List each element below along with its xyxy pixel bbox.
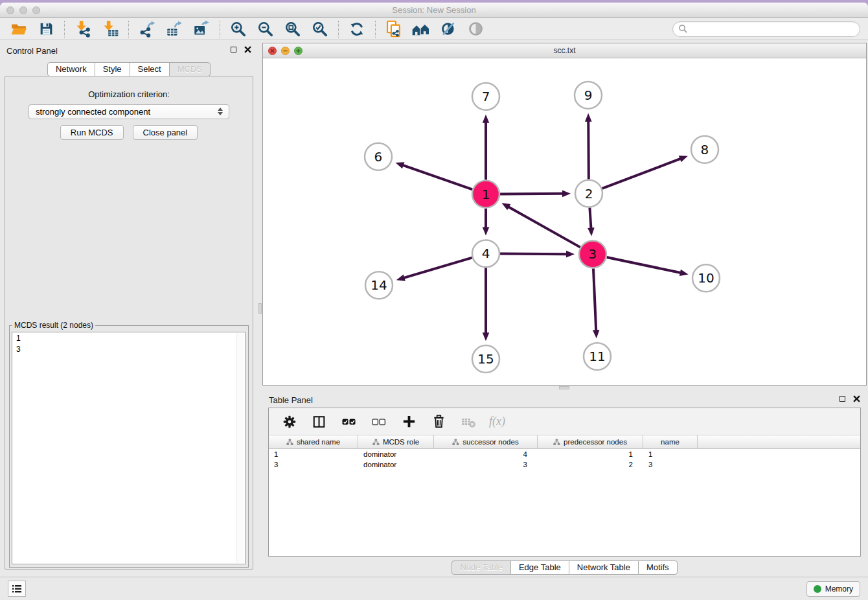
cell-predecessor-nodes[interactable]: 2 <box>538 461 643 468</box>
graph-edge-1-2[interactable] <box>500 194 563 194</box>
new-network-from-selection-button[interactable] <box>384 19 404 39</box>
close-panel-button[interactable]: Close panel <box>133 125 198 140</box>
table-settings-button[interactable] <box>280 413 299 431</box>
vertical-splitter[interactable] <box>258 41 262 577</box>
graph-edge-4-3[interactable] <box>500 254 567 255</box>
vertical-scrollbar[interactable] <box>236 333 244 563</box>
first-neighbors-button[interactable] <box>411 19 431 39</box>
column-type-icon <box>286 439 293 446</box>
delete-table-icon <box>461 414 476 430</box>
close-view-button[interactable] <box>268 47 277 55</box>
control-panel-tab-mcds[interactable]: MCDS <box>169 62 211 76</box>
table-row[interactable]: 1dominator411 <box>269 449 860 459</box>
toolbar-separator <box>64 21 65 38</box>
export-network-button[interactable] <box>137 19 157 39</box>
horizontal-splitter[interactable] <box>262 386 867 390</box>
unselect-all-columns-button[interactable] <box>370 413 388 431</box>
graph-node-label: 2 <box>585 186 593 202</box>
window-body: Session: New Session <box>0 3 868 600</box>
save-session-button[interactable] <box>36 19 56 39</box>
network-canvas[interactable]: 7968124314101511 <box>263 59 866 385</box>
cell-shared-name[interactable]: 3 <box>269 461 358 468</box>
graph-node-label: 11 <box>589 349 605 364</box>
table-tab-edge-table[interactable]: Edge Table <box>510 560 569 575</box>
cell-successor-nodes[interactable]: 3 <box>434 461 538 468</box>
columns-icon <box>312 415 326 429</box>
graph-edge-2-8[interactable] <box>602 159 681 189</box>
graph-edge-arrow <box>396 275 405 281</box>
table-tab-network-table[interactable]: Network Table <box>569 560 639 575</box>
memory-button[interactable]: Memory <box>806 581 860 597</box>
create-column-button[interactable] <box>400 413 418 431</box>
control-panel-tab-network[interactable]: Network <box>47 62 95 76</box>
criterion-select[interactable]: strongly connected component <box>29 104 229 119</box>
control-panel-tab-style[interactable]: Style <box>95 62 130 76</box>
graph-edge-2-3[interactable] <box>589 207 591 228</box>
gear-icon <box>282 415 297 429</box>
delete-columns-button[interactable] <box>429 413 448 431</box>
close-panel-icon[interactable] <box>244 46 251 53</box>
zoom-in-icon <box>230 21 247 38</box>
splitter-grip[interactable] <box>258 303 262 314</box>
function-builder-button[interactable]: f(x) <box>489 413 505 431</box>
cell-mcds-role[interactable]: dominator <box>358 450 434 458</box>
table-row[interactable]: 3dominator323 <box>269 459 860 470</box>
open-session-button[interactable] <box>9 19 29 39</box>
hide-graphics-details-button[interactable] <box>439 19 458 39</box>
column-header-successor-nodes[interactable]: successor nodes <box>434 435 538 448</box>
mcds-result-text[interactable]: 13 <box>12 332 246 564</box>
new-network-from-selection-icon <box>385 20 403 38</box>
graph-edge-4-14[interactable] <box>404 258 472 278</box>
cell-predecessor-nodes[interactable]: 1 <box>538 450 643 458</box>
float-panel-icon[interactable] <box>231 47 236 52</box>
cell-shared-name[interactable]: 1 <box>269 450 358 458</box>
graph-edge-3-11[interactable] <box>593 268 596 330</box>
select-all-columns-button[interactable] <box>340 413 358 431</box>
show-columns-button[interactable] <box>310 413 328 431</box>
graph-edge-1-6[interactable] <box>403 165 472 189</box>
zoom-fit-button[interactable] <box>283 19 303 39</box>
node-table: f(x) shared nameMCDS rolesuccessor nodes… <box>268 408 861 557</box>
cell-name[interactable]: 3 <box>643 461 698 468</box>
control-panel-tab-select[interactable]: Select <box>130 62 170 76</box>
table-tab-node-table[interactable]: Node Table <box>451 560 511 575</box>
export-image-button[interactable] <box>192 19 211 39</box>
close-panel-icon[interactable] <box>853 395 860 402</box>
maximize-view-button[interactable] <box>294 47 303 55</box>
task-history-button[interactable] <box>8 581 26 597</box>
graph-edge-arrow <box>593 330 600 338</box>
graph-edge-3-1[interactable] <box>508 207 580 247</box>
search-box <box>672 21 860 37</box>
graph-node-label: 1 <box>482 187 490 202</box>
graph-edge-3-10[interactable] <box>607 257 681 273</box>
import-table-button[interactable] <box>100 19 120 39</box>
cell-name[interactable]: 1 <box>643 450 698 458</box>
column-header-mcds-role[interactable]: MCDS role <box>358 435 434 448</box>
delete-table-button[interactable] <box>459 413 477 431</box>
column-header-name[interactable]: name <box>643 435 698 448</box>
splitter-grip[interactable] <box>559 386 569 389</box>
export-table-icon <box>166 20 183 38</box>
search-input[interactable] <box>691 25 854 34</box>
graph-edge-2-9[interactable] <box>588 121 589 179</box>
graph-node-label: 14 <box>371 277 387 293</box>
apply-preferred-layout-button[interactable] <box>347 19 367 39</box>
mcds-panel: Optimization criterion: strongly connect… <box>5 76 253 570</box>
zoom-out-button[interactable] <box>256 19 275 39</box>
cell-successor-nodes[interactable]: 4 <box>434 450 538 458</box>
export-table-button[interactable] <box>165 19 184 39</box>
network-view-window: scc.txt 7968124314101511 <box>262 43 867 386</box>
run-mcds-button[interactable]: Run MCDS <box>60 125 124 140</box>
show-graphics-details-button[interactable] <box>466 19 485 39</box>
zoom-in-button[interactable] <box>229 19 248 39</box>
import-network-button[interactable] <box>73 19 93 39</box>
minimize-view-button[interactable] <box>281 47 290 55</box>
zoom-selected-button[interactable] <box>310 19 330 39</box>
graph-edge-arrow <box>679 156 688 162</box>
cell-mcds-role[interactable]: dominator <box>358 461 434 468</box>
column-header-shared-name[interactable]: shared name <box>269 435 358 448</box>
table-tab-motifs[interactable]: Motifs <box>638 560 678 575</box>
float-panel-icon[interactable] <box>839 396 845 402</box>
table-header-row: shared nameMCDS rolesuccessor nodesprede… <box>269 435 860 449</box>
column-header-predecessor-nodes[interactable]: predecessor nodes <box>538 435 643 448</box>
